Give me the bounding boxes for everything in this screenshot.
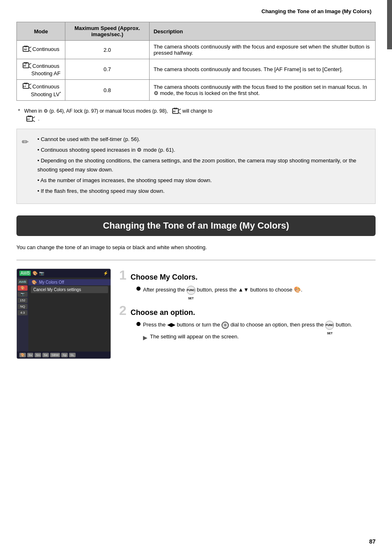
cam-side-icons: AWB 🎨 📷 152 NQ 4:3 [17,278,28,352]
step-2-bullet-1: Press the ◀▶ buttons or turn the ⚙ dial … [136,320,376,330]
cam-menu-area: 🎨 My Colors Off Cancel My Colors setting… [28,278,111,352]
footnote: * When in ⚙ (p. 64), AF lock (p. 97) or … [16,107,376,123]
svg-line-14 [29,88,31,89]
cam-icon2: 📷 [39,271,44,275]
cam-side-icon: 152 [18,298,28,303]
cam-awb: AWB [19,271,31,276]
step-1-text: After pressing the FUNCSET button, press… [143,285,302,295]
table-row: AF Continuous 2.0 The camera shoots cont… [17,41,376,59]
func-set-button: FUNCSET [187,286,196,295]
svg-text:▪: ▪ [25,63,26,65]
mode-label-1: Continuous [32,46,60,52]
page-number: 87 [369,538,376,545]
table-header-mode: Mode [17,22,65,41]
pencil-icon: ✏ [22,135,29,149]
svg-text:LV: LV [23,85,26,88]
step-2-title: Choose an option. [131,308,195,317]
list-item: Depending on the shooting conditions, th… [37,156,369,174]
cam-mode-sn: Sn [35,353,41,357]
cam-mode-sv: Sv [27,353,33,357]
notes-box: ✏ Cannot be used with the self-timer (p.… [16,129,376,204]
step-1-bullet-1: After pressing the FUNCSET button, press… [136,285,376,295]
divider [16,260,376,260]
step-1-title: Choose My Colors. [131,273,198,282]
notes-list: Cannot be used with the self-timer (p. 5… [37,135,369,196]
list-item: Cannot be used with the self-timer (p. 5… [37,135,369,144]
list-item: If the flash fires, the shooting speed m… [37,187,369,196]
cam-cancel-label: Cancel My Colors settings [33,287,81,292]
svg-text:AF: AF [24,48,27,51]
cam-side-icon: 4:3 [18,310,28,315]
cam-my-colors-icon: 🎨 [32,280,37,285]
intro-text: You can change the tone of an image to s… [16,243,376,252]
steps-content: 1 Choose My Colors. After pressing the F… [119,268,376,359]
table-header-description: Description [149,22,375,41]
svg-line-7 [29,63,31,65]
bullet-dot [136,322,141,326]
camera-ui: AWB 🎨 📷 ⚡ AWB 🎨 📷 152 NQ 4:3 [17,269,111,359]
table-row: LV Continuous Shooting LV* 0.8 The camer… [17,80,376,101]
svg-line-23 [33,117,35,118]
svg-text:AF: AF [173,110,176,113]
mode-cell-1: AF Continuous [17,41,65,59]
steps-area: AWB 🎨 📷 ⚡ AWB 🎨 📷 152 NQ 4:3 [16,268,376,359]
step-2-number: 2 [119,304,127,317]
cam-side-icon: NQ [18,304,28,309]
header-title: Changing the Tone of an Image (My Colors… [261,8,371,14]
step-2-header: 2 Choose an option. [119,304,376,317]
cam-side-icon: 📷 [18,292,28,297]
desc-cell-1: The camera shoots continuously with the … [149,41,375,59]
cam-icon3: ⚡ [103,271,108,275]
svg-line-13 [29,84,31,85]
svg-line-2 [29,47,31,48]
camera-screenshot: AWB 🎨 📷 ⚡ AWB 🎨 📷 152 NQ 4:3 [16,268,111,359]
desc-cell-2: The camera shoots continuously and focus… [149,59,375,80]
right-sidebar-bar [387,0,392,49]
cam-side-icon: AWB [18,279,28,285]
cam-icon1: 🎨 [32,271,37,275]
page-header: Changing the Tone of an Image (My Colors… [16,8,376,14]
page-container: Changing the Tone of an Image (My Colors… [0,0,392,553]
step-1: 1 Choose My Colors. After pressing the F… [119,268,376,295]
cam-bottom-row: 🎨 Sv Sn Se SBW Sp SL [17,352,111,359]
func-set-button-2: FUNCSET [325,321,334,330]
my-colors-icon: 🎨 [294,286,301,293]
svg-line-24 [33,120,35,122]
table-row: AF ▪ Continuous Shooting AF 0.7 The came… [17,59,376,80]
mode-cell-2: AF ▪ Continuous Shooting AF [17,59,65,80]
cam-mode-se: Se [42,353,49,357]
bullet-dot [136,287,141,291]
step-1-body: After pressing the FUNCSET button, press… [119,285,376,295]
step-2-text-1: Press the ◀▶ buttons or turn the ⚙ dial … [143,320,352,330]
cam-mode-sp: Sp [61,353,68,357]
mode-cell-3: LV Continuous Shooting LV* [17,80,65,101]
cam-menu-my-colors: 🎨 My Colors Off [28,279,111,285]
section-title: Changing the Tone of an Image (My Colors… [103,220,289,231]
step-2-text-2: The setting will appear on the screen. [150,332,239,341]
arrow-icon: ▶ [143,333,148,343]
desc-cell-3: The camera shoots continuously with the … [149,80,375,101]
list-item: As the number of images increases, the s… [37,176,369,185]
table-header-speed: Maximum Speed (Approx. images/sec.) [65,22,149,41]
step-1-header: 1 Choose My Colors. [119,268,376,282]
cam-main-area: AWB 🎨 📷 152 NQ 4:3 🎨 My Colors Off [17,278,111,352]
cam-top-row: AWB 🎨 📷 ⚡ [17,269,111,278]
cam-mode-sbw: SBW [50,353,60,357]
speed-cell-3: 0.8 [65,80,149,101]
mode-table: Mode Maximum Speed (Approx. images/sec.)… [16,22,376,101]
dial-icon: ⚙ [221,322,229,329]
cam-cancel-item: Cancel My Colors settings [31,286,108,293]
step-2-bullet-2: ▶ The setting will appear on the screen. [136,332,376,343]
step-2-body: Press the ◀▶ buttons or turn the ⚙ dial … [119,320,376,342]
svg-line-19 [179,113,181,114]
svg-line-8 [29,67,31,68]
svg-line-3 [29,51,31,52]
speed-cell-1: 2.0 [65,41,149,59]
list-item: Continuous shooting speed increases in ⚙… [37,146,369,155]
section-header: Changing the Tone of an Image (My Colors… [16,215,376,236]
step-2: 2 Choose an option. Press the ◀▶ buttons… [119,304,376,342]
cam-mode-sl: SL [69,353,76,357]
svg-line-18 [179,109,181,110]
cam-mode-off: 🎨 [19,353,26,357]
cam-side-icon: 🎨 [18,285,28,291]
